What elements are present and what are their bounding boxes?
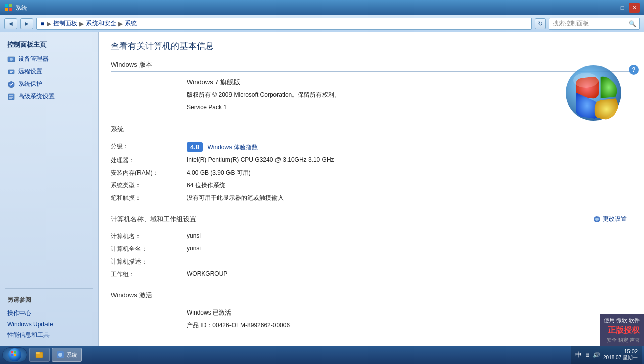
processor-value: Intel(R) Pentium(R) CPU G3240 @ 3.10GHz … xyxy=(187,156,632,163)
activation-section: Windows 激活 Windows 已激活 产品 ID：00426-OEM-8… xyxy=(111,291,632,330)
comp-name-label: 计算机名： xyxy=(111,232,187,241)
page-title: 查看有关计算机的基本信息 xyxy=(111,40,632,52)
edition-row: Windows 7 旗舰版 xyxy=(111,78,632,87)
score-badge: 4.8 xyxy=(187,142,203,152)
comp-desc-label: 计算机描述： xyxy=(111,257,187,266)
svg-rect-18 xyxy=(11,351,13,353)
title-bar-left: 系统 xyxy=(4,4,27,12)
breadcrumb-home: ■ xyxy=(41,20,44,27)
system-type-row: 系统类型： 64 位操作系统 xyxy=(111,181,632,190)
windows-logo xyxy=(563,63,624,123)
change-settings-label: 更改设置 xyxy=(603,215,627,223)
breadcrumb-part4[interactable]: 系统 xyxy=(125,19,137,28)
score-number: 4.8 xyxy=(190,143,199,151)
svg-rect-6 xyxy=(8,70,14,74)
advanced-icon xyxy=(7,93,15,101)
forward-button[interactable]: ▶ xyxy=(20,18,33,29)
watermark: 使用 微软 软件 正版授权 安全 稳定 声誉 xyxy=(600,314,644,346)
watermark-line2: 正版授权 xyxy=(604,324,640,336)
taskbar: 系统 中 🖥 🔊 15:02 2018.07.星期一 xyxy=(0,346,644,364)
rating-row: 分级： 4.8 Windows 体验指数 xyxy=(111,142,632,152)
computer-desc-row: 计算机描述： xyxy=(111,257,632,266)
ram-value: 4.00 GB (3.90 GB 可用) xyxy=(187,169,632,177)
svg-rect-20 xyxy=(11,354,13,356)
system-type-value: 64 位操作系统 xyxy=(187,181,632,190)
touch-label: 笔和触摸： xyxy=(111,194,187,202)
svg-rect-2 xyxy=(5,8,8,11)
remote-icon xyxy=(7,68,15,76)
svg-rect-1 xyxy=(9,4,12,7)
tray-clock: 15:02 2018.07.星期一 xyxy=(603,348,638,361)
product-id-value: 产品 ID：00426-OEM-8992662-00006 xyxy=(187,321,632,330)
back-button[interactable]: ◀ xyxy=(4,18,17,29)
breadcrumb-part3[interactable]: 系统和安全 xyxy=(86,19,116,28)
windows-version-section: Windows 版本 Windows 7 旗舰版 版权所有 © 2009 Mic… xyxy=(111,60,632,111)
content-area: ? xyxy=(99,32,644,346)
close-button[interactable]: ✕ xyxy=(629,3,640,13)
sidebar-link-windows-update[interactable]: Windows Update xyxy=(0,319,98,329)
tray-ime[interactable]: 中 xyxy=(575,351,581,359)
watermark-line3: 安全 稳定 声誉 xyxy=(604,336,640,344)
breadcrumb-part2[interactable]: 控制面板 xyxy=(53,19,77,28)
sidebar-item-label: 系统保护 xyxy=(18,80,42,88)
sidebar-item-advanced[interactable]: 高级系统设置 xyxy=(0,90,98,103)
taskbar-btn-system[interactable]: 系统 xyxy=(52,348,82,362)
sidebar-divider xyxy=(5,288,93,289)
start-button[interactable] xyxy=(2,347,27,362)
svg-rect-19 xyxy=(14,351,16,353)
comp-fullname-value: yunsi xyxy=(187,245,632,252)
svg-rect-0 xyxy=(5,4,8,7)
sidebar-link-performance[interactable]: 性能信息和工具 xyxy=(0,329,98,341)
comp-fullname-label: 计算机全名： xyxy=(111,245,187,253)
service-pack-row: Service Pack 1 xyxy=(111,103,632,111)
refresh-button[interactable]: ↻ xyxy=(535,18,546,29)
task-btn-label: 系统 xyxy=(66,351,77,359)
search-box[interactable]: 搜索控制面板 🔍 xyxy=(549,18,640,30)
system-section-label: 系统 xyxy=(111,125,632,136)
processor-label: 处理器： xyxy=(111,156,187,165)
sidebar-item-label: 远程设置 xyxy=(18,67,42,76)
sidebar-item-device-manager[interactable]: 设备管理器 xyxy=(0,53,98,65)
breadcrumb-sep3: ▶ xyxy=(118,20,123,27)
svg-rect-23 xyxy=(36,352,40,354)
address-bar: ◀ ▶ ■ ▶ 控制面板 ▶ 系统和安全 ▶ 系统 ↻ 搜索控制面板 🔍 xyxy=(0,15,644,32)
sidebar-item-label: 设备管理器 xyxy=(18,55,49,63)
svg-point-16 xyxy=(595,218,599,221)
sidebar-item-remote[interactable]: 远程设置 xyxy=(0,65,98,78)
title-bar-controls: − □ ✕ xyxy=(605,3,640,13)
tray-volume-icon[interactable]: 🔊 xyxy=(593,352,600,358)
window-title: 系统 xyxy=(15,4,27,12)
taskbar-btn-explorer[interactable] xyxy=(29,348,50,362)
breadcrumb[interactable]: ■ ▶ 控制面板 ▶ 系统和安全 ▶ 系统 xyxy=(36,18,532,30)
system-tray: 中 🖥 🔊 15:02 2018.07.星期一 xyxy=(571,346,642,364)
windows-version-label: Windows 版本 xyxy=(111,60,632,72)
processor-row: 处理器： Intel(R) Pentium(R) CPU G3240 @ 3.1… xyxy=(111,156,632,165)
rating-value: 4.8 Windows 体验指数 xyxy=(187,142,632,152)
computer-fullname-row: 计算机全名： yunsi xyxy=(111,245,632,253)
search-placeholder: 搜索控制面板 xyxy=(553,19,589,28)
sidebar-link-action-center[interactable]: 操作中心 xyxy=(0,307,98,319)
system-section: 系统 分级： 4.8 Windows 体验指数 处理器： Intel(R) Pe… xyxy=(111,125,632,202)
watermark-line1: 使用 微软 软件 xyxy=(604,316,640,325)
minimize-button[interactable]: − xyxy=(605,3,616,13)
touch-row: 笔和触摸： 没有可用于此显示器的笔或触摸输入 xyxy=(111,194,632,202)
shield-icon xyxy=(7,80,15,88)
help-button[interactable]: ? xyxy=(629,65,639,75)
sidebar-item-label: 高级系统设置 xyxy=(18,92,55,101)
computer-name-section: 计算机名称、域和工作组设置 更改设置 计算机名： yunsi 计算机全名： yu… xyxy=(111,215,632,279)
maximize-button[interactable]: □ xyxy=(617,3,628,13)
activation-status-row: Windows 已激活 xyxy=(111,308,632,317)
tray-time: 15:02 xyxy=(603,348,638,354)
computer-name-row: 计算机名： yunsi xyxy=(111,232,632,241)
breadcrumb-sep1: ▶ xyxy=(47,20,51,27)
tray-date: 2018.07.星期一 xyxy=(603,354,638,361)
sidebar-item-protection[interactable]: 系统保护 xyxy=(0,78,98,90)
change-settings-link[interactable]: 更改设置 xyxy=(593,215,627,223)
sidebar: 控制面板主页 设备管理器 远程设置 xyxy=(0,32,99,346)
score-link[interactable]: Windows 体验指数 xyxy=(207,144,258,151)
device-manager-icon xyxy=(7,55,15,63)
ram-row: 安装内存(RAM)： 4.00 GB (3.90 GB 可用) xyxy=(111,169,632,177)
sidebar-also-title: 另请参阅 xyxy=(0,293,98,307)
breadcrumb-sep2: ▶ xyxy=(79,20,84,27)
tray-network-icon: 🖥 xyxy=(584,352,590,358)
